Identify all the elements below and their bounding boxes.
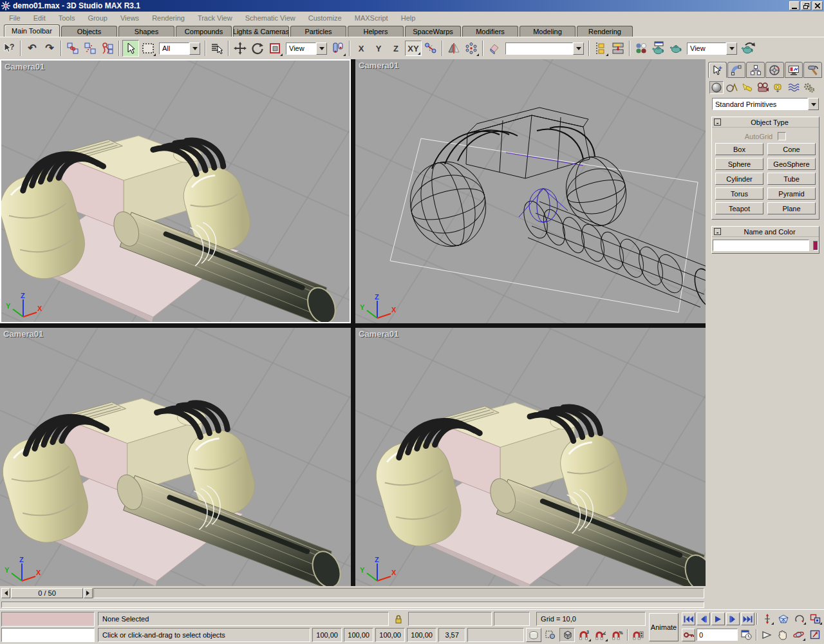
tab-motion[interactable] <box>765 62 784 78</box>
named-selection-sets-button[interactable] <box>486 40 503 57</box>
select-and-scale-button[interactable] <box>267 40 283 57</box>
quick-render-button[interactable] <box>668 40 684 57</box>
snap-3d-toggle[interactable]: 3 <box>576 628 592 642</box>
time-slider-track[interactable] <box>93 588 704 598</box>
field-of-view-button[interactable] <box>776 612 791 625</box>
render-last-button[interactable] <box>740 40 756 57</box>
pyramid-button[interactable]: Pyramid <box>767 187 816 200</box>
align-button[interactable] <box>592 40 609 57</box>
zoom-extents-all-button[interactable] <box>808 612 823 625</box>
category-geometry-button[interactable] <box>709 81 724 94</box>
key-mode-toggle[interactable] <box>682 629 695 641</box>
autogrid-checkbox[interactable] <box>778 132 786 140</box>
render-type-combo[interactable]: View <box>687 43 737 55</box>
snap-toggle-button[interactable] <box>559 628 575 642</box>
selection-filter-combo[interactable]: All <box>159 43 200 55</box>
selection-filter-dropdown-button[interactable] <box>189 43 200 55</box>
category-shapes-button[interactable] <box>725 81 739 94</box>
coord-extra-field[interactable]: 3,57 <box>438 628 465 642</box>
viewport-label[interactable]: Camera01 <box>359 329 398 339</box>
primitive-category-combo[interactable]: Standard Primitives <box>712 98 819 110</box>
reference-coordsys-combo[interactable]: View <box>286 43 327 55</box>
select-and-manipulate-button[interactable] <box>422 40 439 57</box>
restrict-xy-plane-button[interactable]: XY <box>405 41 422 56</box>
mirror-button[interactable] <box>445 40 462 57</box>
menu-tools[interactable]: Tools <box>52 12 82 24</box>
box-button[interactable]: Box <box>715 143 763 155</box>
orbit-camera-button[interactable] <box>791 629 806 641</box>
menu-file[interactable]: File <box>3 12 27 24</box>
primitive-category-dropdown-button[interactable] <box>808 98 819 110</box>
coord-z-field[interactable]: 100,00 <box>375 628 405 642</box>
named-selection-dropdown-button[interactable] <box>573 43 584 55</box>
menu-track-view[interactable]: Track View <box>191 12 239 24</box>
object-type-rollout-header[interactable]: - Object Type <box>712 117 819 128</box>
torus-button[interactable]: Torus <box>715 187 763 200</box>
coordsys-dropdown-button[interactable] <box>316 43 327 55</box>
redo-button[interactable]: ↷ <box>41 40 58 57</box>
select-object-button[interactable] <box>122 40 139 57</box>
viewport-bottom-left[interactable]: Camera01 Z Y X <box>0 328 351 586</box>
viewport-label[interactable]: Camera01 <box>5 62 44 71</box>
category-systems-button[interactable] <box>802 81 816 94</box>
viewport-top-left[interactable]: Camera01 Z Y X <box>0 59 351 323</box>
geosphere-button[interactable]: GeoSphere <box>767 158 816 170</box>
tab-objects[interactable]: Objects <box>61 26 117 37</box>
listener-macro-line[interactable] <box>1 612 95 627</box>
menu-customize[interactable]: Customize <box>302 12 348 24</box>
selection-lock-toggle[interactable] <box>391 612 406 626</box>
play-button[interactable] <box>711 612 725 625</box>
go-to-end-button[interactable] <box>741 612 754 625</box>
tab-compounds[interactable]: Compounds <box>176 26 232 37</box>
min-max-toggle-button[interactable] <box>807 629 822 641</box>
roll-camera-button[interactable] <box>792 612 807 625</box>
degradation-override-button[interactable] <box>526 628 541 642</box>
tab-spacewarps[interactable]: SpaceWarps <box>405 26 461 37</box>
coord-y-field[interactable]: 100,00 <box>344 628 373 642</box>
use-pivot-center-button[interactable] <box>330 40 346 57</box>
previous-frame-button[interactable] <box>697 612 710 625</box>
cone-button[interactable]: Cone <box>767 143 816 155</box>
tab-modeling[interactable]: Modeling <box>520 26 576 37</box>
restrict-x-button[interactable]: X <box>353 41 370 56</box>
next-frame-button[interactable] <box>726 612 740 625</box>
menu-rendering[interactable]: Rendering <box>145 12 191 24</box>
tab-create[interactable] <box>708 62 727 78</box>
go-to-start-button[interactable] <box>682 612 695 625</box>
tab-shapes[interactable]: Shapes <box>118 26 174 37</box>
restrict-z-button[interactable]: Z <box>388 41 404 56</box>
minimize-button[interactable] <box>789 1 800 10</box>
dolly-camera-button[interactable] <box>760 612 774 625</box>
category-helpers-button[interactable] <box>771 81 785 94</box>
sphere-button[interactable]: Sphere <box>715 158 763 170</box>
region-select-button[interactable] <box>140 40 156 57</box>
track-bar-strip[interactable] <box>1 601 704 608</box>
context-help-button[interactable]: ? <box>1 40 17 57</box>
render-type-dropdown-button[interactable] <box>726 43 737 55</box>
viewport-label[interactable]: Camera01 <box>3 329 43 339</box>
tab-utilities[interactable] <box>803 62 822 78</box>
select-and-rotate-button[interactable] <box>249 40 266 57</box>
unlink-selection-button[interactable] <box>82 40 98 57</box>
menu-help[interactable]: Help <box>395 12 422 24</box>
category-lights-button[interactable] <box>740 81 754 94</box>
tab-display[interactable] <box>785 62 803 78</box>
viewport-top-right[interactable]: Camera01 Z Y X <box>355 59 706 323</box>
undo-button[interactable]: ↶ <box>24 40 41 57</box>
truck-camera-button[interactable] <box>775 629 790 641</box>
menu-group[interactable]: Group <box>81 12 114 24</box>
tab-modifiers[interactable]: Modifiers <box>462 26 518 37</box>
restore-button[interactable] <box>801 1 811 10</box>
coord-w-field[interactable]: 100,00 <box>407 628 436 642</box>
percent-snap-toggle[interactable]: % <box>610 628 625 642</box>
time-slider-handle[interactable]: 0 / 50 <box>11 588 83 598</box>
fov-cone-button[interactable] <box>759 629 774 641</box>
named-selection-combo[interactable] <box>505 43 584 55</box>
menu-views[interactable]: Views <box>114 12 145 24</box>
angle-snap-toggle[interactable] <box>593 628 608 642</box>
menu-maxscript[interactable]: MAXScript <box>348 12 395 24</box>
plane-button[interactable]: Plane <box>767 202 816 214</box>
tube-button[interactable]: Tube <box>767 173 816 185</box>
render-scene-button[interactable] <box>650 40 667 57</box>
viewport-label[interactable]: Camera01 <box>359 61 398 70</box>
